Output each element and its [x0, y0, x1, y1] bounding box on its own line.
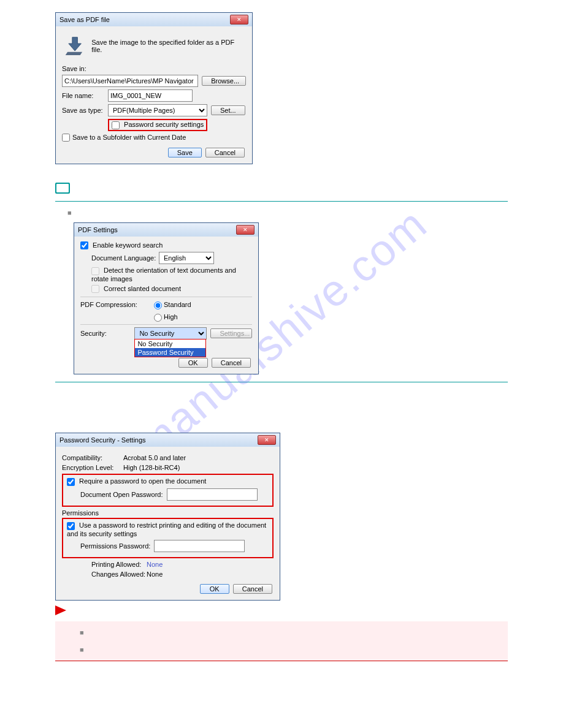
important-bullet-2: ■: [80, 646, 496, 653]
compression-label: PDF Compression:: [80, 301, 151, 308]
dialog-title: Save as PDF file: [59, 16, 110, 23]
security-settings-button[interactable]: Settings...: [210, 328, 252, 338]
file-name-label: File name:: [62, 92, 108, 99]
important-box: ■ ■: [55, 621, 508, 661]
encryption-value: High (128-bit-RC4): [123, 464, 180, 471]
dialog-title: PDF Settings: [78, 226, 118, 233]
save-button[interactable]: Save: [168, 148, 202, 157]
doc-language-select[interactable]: English: [159, 252, 214, 264]
permissions-password-label: Permissions Password:: [80, 542, 150, 550]
permissions-password-input[interactable]: [154, 540, 245, 552]
enable-keyword-checkbox[interactable]: [80, 241, 88, 249]
use-permissions-password-checkbox[interactable]: [67, 522, 75, 530]
dialog-titlebar: Password Security - Settings ✕: [56, 433, 280, 447]
standard-label: Standard: [164, 301, 191, 308]
security-option-password[interactable]: Password Security: [135, 348, 205, 357]
security-option-none[interactable]: No Security: [135, 339, 205, 348]
save-in-input[interactable]: [62, 75, 198, 87]
password-security-dialog: Password Security - Settings ✕ Compatibi…: [55, 433, 280, 600]
document-open-password-label: Document Open Password:: [80, 491, 163, 498]
detect-orientation-label: Detect the orientation of text documents…: [91, 267, 236, 282]
security-label: Security:: [80, 330, 134, 337]
require-open-password-checkbox[interactable]: [67, 478, 75, 486]
permissions-group: Use a password to restrict printing and …: [62, 518, 274, 558]
printing-allowed-value: None: [147, 561, 163, 568]
set-button[interactable]: Set...: [211, 105, 245, 115]
require-open-password-label: Require a password to open the document: [79, 477, 206, 485]
compatibility-label: Compatibility:: [62, 454, 123, 461]
permissions-label: Permissions: [62, 509, 274, 517]
open-password-group: Require a password to open the document …: [62, 474, 274, 507]
printing-allowed-label: Printing Allowed:: [91, 561, 147, 568]
encryption-label: Encryption Level:: [62, 464, 123, 471]
correct-slanted-checkbox[interactable]: [91, 285, 99, 293]
ok-button[interactable]: OK: [178, 358, 208, 368]
security-dropdown: No Security Password Security: [134, 339, 206, 357]
close-icon[interactable]: ✕: [230, 15, 248, 25]
dialog-title: Password Security - Settings: [59, 436, 146, 444]
subfolder-checkbox[interactable]: [62, 134, 70, 142]
high-label: High: [164, 313, 178, 320]
save-as-type-label: Save as type:: [62, 107, 108, 114]
important-flag-icon: [55, 609, 67, 616]
browse-button[interactable]: Browse...: [202, 76, 246, 86]
file-name-input[interactable]: [108, 89, 193, 102]
dialog-titlebar: Save as PDF file ✕: [56, 13, 252, 26]
close-icon[interactable]: ✕: [236, 225, 255, 235]
detect-orientation-checkbox[interactable]: [91, 267, 99, 275]
cancel-button[interactable]: Cancel: [212, 358, 251, 368]
subfolder-label: Save to a Subfolder with Current Date: [72, 134, 186, 141]
password-security-checkbox[interactable]: [112, 121, 120, 129]
cancel-button[interactable]: Cancel: [205, 148, 245, 157]
compression-standard-radio[interactable]: [154, 301, 162, 309]
close-icon[interactable]: ✕: [258, 435, 276, 445]
save-as-pdf-dialog: Save as PDF file ✕ Save the image to the…: [55, 12, 253, 164]
cancel-button[interactable]: Cancel: [233, 584, 272, 594]
security-select[interactable]: No Security: [134, 327, 207, 339]
security-select-wrapper: No Security No Security Password Securit…: [134, 327, 207, 339]
changes-allowed-value: None: [147, 571, 163, 578]
note-bullet: ■: [55, 209, 508, 216]
dialog-header: Save the image to the specified folder a…: [62, 31, 246, 65]
enable-keyword-label: Enable keyword search: [93, 241, 163, 249]
correct-slanted-label: Correct slanted document: [104, 285, 181, 292]
note-icon: [55, 183, 70, 194]
important-bullet-1: ■: [80, 629, 496, 636]
password-security-label: Password security settings: [124, 121, 204, 128]
save-in-label: Save in:: [62, 65, 246, 72]
use-permissions-password-label: Use a password to restrict printing and …: [67, 521, 266, 537]
doc-language-label: Document Language:: [91, 254, 159, 262]
compression-high-radio[interactable]: [154, 314, 162, 322]
compatibility-value: Acrobat 5.0 and later: [123, 454, 186, 461]
dialog-message: Save the image to the specified folder a…: [91, 39, 243, 53]
changes-allowed-label: Changes Allowed:: [91, 571, 147, 578]
save-arrow-icon: [64, 35, 85, 56]
dialog-titlebar: PDF Settings ✕: [74, 223, 258, 237]
password-security-highlight: Password security settings: [108, 119, 207, 131]
save-as-type-select[interactable]: PDF(Multiple Pages): [108, 104, 207, 116]
pdf-settings-dialog: PDF Settings ✕ Enable keyword search Doc…: [74, 222, 259, 375]
ok-button[interactable]: OK: [200, 584, 229, 594]
document-open-password-input[interactable]: [167, 488, 258, 501]
